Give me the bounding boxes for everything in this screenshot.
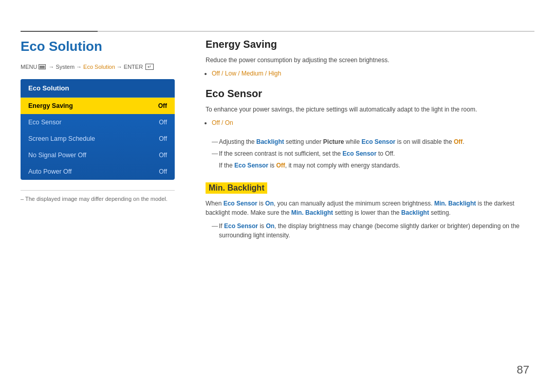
note-section: – The displayed image may differ dependi…	[21, 190, 175, 202]
menu-item-auto-power[interactable]: Auto Power Off Off	[21, 163, 175, 180]
enter-icon: ↵	[145, 64, 154, 70]
menu-panel: Eco Solution Energy Saving Off Eco Senso…	[21, 79, 175, 180]
top-border-full	[21, 31, 534, 32]
energy-saving-option: Off / Low / Medium / High	[212, 69, 534, 79]
note-text: – The displayed image may differ dependi…	[21, 196, 175, 202]
left-column: Eco Solution MENU → System → Eco Solutio…	[21, 39, 175, 371]
energy-saving-desc: Reduce the power consumption by adjustin…	[206, 55, 534, 65]
option-text: Off / On	[212, 119, 233, 126]
breadcrumb: MENU → System → Eco Solution → ENTER ↵	[21, 64, 175, 70]
eco-sensor-title: Eco Sensor	[206, 88, 534, 100]
menu-item-label: Auto Power Off	[28, 168, 72, 175]
eco-sensor-options: Off / On	[212, 118, 534, 128]
top-border-accent	[21, 31, 98, 32]
menu-label: MENU	[21, 64, 37, 70]
menu-item-label: No Signal Power Off	[28, 152, 86, 159]
menu-panel-title: Eco Solution	[21, 79, 175, 98]
menu-item-label: Eco Sensor	[28, 119, 62, 126]
min-backlight-desc: When Eco Sensor is On, you can manually …	[206, 199, 534, 217]
eco-note2: If the screen contrast is not sufficient…	[212, 149, 534, 158]
page-number: 87	[517, 363, 529, 377]
menu-item-value: Off	[159, 135, 167, 142]
menu-item-value: Off	[158, 102, 167, 109]
breadcrumb-system: System	[55, 64, 75, 70]
energy-saving-section: Energy Saving Reduce the power consumpti…	[206, 39, 534, 79]
option-text: Off / Low / Medium / High	[212, 70, 281, 77]
page-title: Eco Solution	[21, 39, 175, 54]
eco-note3: If the Eco Sensor is Off, it may not com…	[219, 161, 534, 170]
right-column: Energy Saving Reduce the power consumpti…	[195, 39, 534, 371]
menu-icon	[39, 64, 46, 69]
min-backlight-note: If Eco Sensor is On, the display brightn…	[212, 221, 534, 240]
menu-item-label: Energy Saving	[28, 102, 73, 109]
eco-sensor-desc: To enhance your power savings, the pictu…	[206, 105, 534, 114]
eco-sensor-option: Off / On	[212, 118, 534, 128]
menu-item-value: Off	[159, 168, 167, 175]
menu-item-eco-sensor[interactable]: Eco Sensor Off	[21, 114, 175, 130]
arrow2: →	[76, 64, 82, 70]
min-backlight-section: Min. Backlight When Eco Sensor is On, yo…	[206, 178, 534, 240]
menu-item-value: Off	[159, 152, 167, 159]
note-divider	[21, 190, 175, 191]
menu-item-energy-saving[interactable]: Energy Saving Off	[21, 98, 175, 114]
menu-item-label: Screen Lamp Schedule	[28, 135, 95, 142]
eco-sensor-section: Eco Sensor To enhance your power savings…	[206, 88, 534, 170]
breadcrumb-enter: ENTER	[124, 64, 143, 70]
arrow1: →	[48, 64, 54, 70]
menu-item-value: Off	[159, 119, 167, 126]
eco-note1: Adjusting the Backlight setting under Pi…	[212, 137, 534, 146]
energy-saving-options: Off / Low / Medium / High	[212, 69, 534, 79]
min-backlight-title: Min. Backlight	[206, 182, 267, 194]
breadcrumb-eco: Eco Solution	[83, 64, 115, 70]
energy-saving-title: Energy Saving	[206, 39, 534, 50]
arrow3: →	[117, 64, 122, 70]
menu-item-no-signal[interactable]: No Signal Power Off Off	[21, 147, 175, 163]
menu-item-screen-lamp[interactable]: Screen Lamp Schedule Off	[21, 130, 175, 147]
